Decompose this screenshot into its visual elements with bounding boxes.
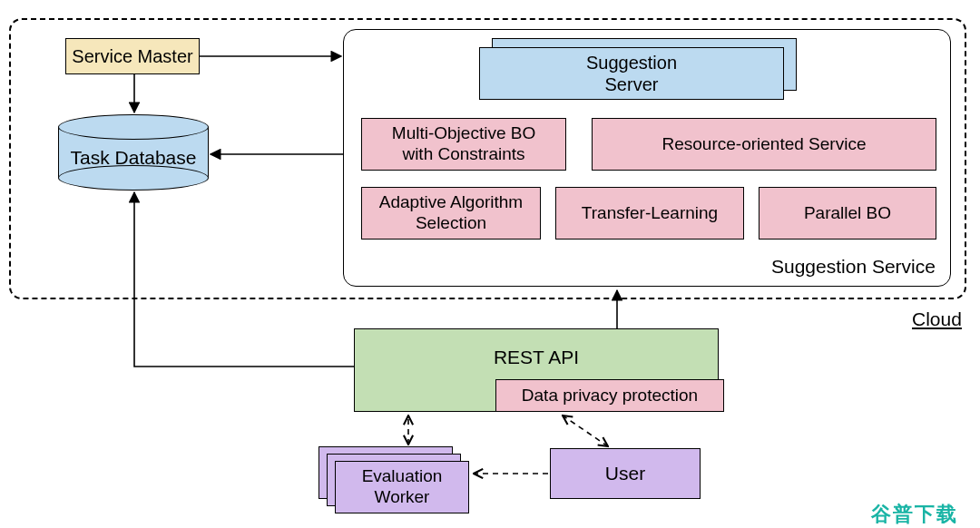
- feature-resource-service: Resource-oriented Service: [592, 118, 936, 171]
- watermark: 谷普下载: [871, 501, 958, 528]
- task-database-label: Task Database: [58, 147, 209, 169]
- data-privacy-box: Data privacy protection: [495, 379, 724, 412]
- evaluation-worker-front: Evaluation Worker: [335, 461, 469, 513]
- feature-multi-objective: Multi-Objective BO with Constraints: [361, 118, 566, 171]
- task-database-cylinder: Task Database: [58, 114, 209, 191]
- suggestion-service-label: Suggestion Service: [771, 256, 936, 278]
- service-master-box: Service Master: [65, 38, 200, 74]
- svg-line-5: [563, 416, 608, 446]
- feature-adaptive-selection: Adaptive Algorithm Selection: [361, 187, 541, 240]
- feature-parallel-bo: Parallel BO: [759, 187, 936, 240]
- suggestion-server-front: Suggestion Server: [479, 47, 784, 100]
- cloud-label: Cloud: [912, 308, 962, 330]
- user-box: User: [550, 448, 701, 499]
- feature-transfer-learning: Transfer-Learning: [555, 187, 744, 240]
